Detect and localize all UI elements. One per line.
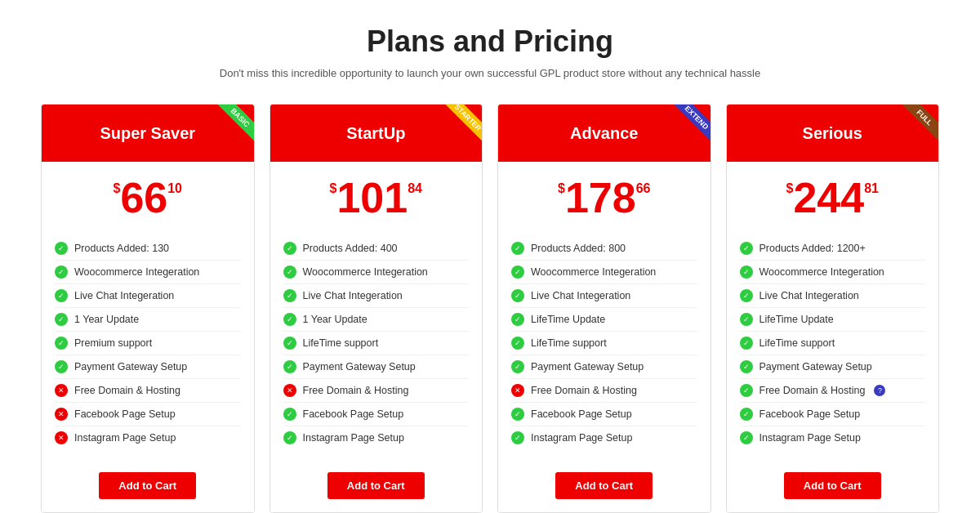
check-icon: ✓ [283,360,296,373]
feature-label: Facebook Page Setup [531,408,632,420]
plan-name-serious: Serious [803,124,862,143]
plan-card-advance: AdvanceEXTEND$17866✓Products Added: 800✓… [497,104,711,513]
feature-item: ✓Payment Gateway Setup [283,355,470,379]
plans-grid: Super SaverBASIC$6610✓Products Added: 13… [41,104,939,513]
plan-features-super-saver: ✓Products Added: 130✓Woocommerce Integer… [42,229,254,462]
feature-label: Free Domain & Hosting [531,385,637,396]
check-icon: ✓ [511,360,524,373]
plan-price-super-saver: $6610 [50,176,246,219]
feature-label: Woocommerce Integeration [303,266,428,278]
feature-label: Facebook Page Setup [303,408,404,420]
feature-item: ✓Woocommerce Integeration [283,261,470,284]
page-title: Plans and Pricing [16,25,964,59]
feature-label: Payment Gateway Setup [760,361,872,372]
feature-label: Woocommerce Integeration [760,266,884,278]
add-to-cart-button-serious[interactable]: Add to Cart [784,472,881,499]
feature-label: Products Added: 800 [531,243,626,254]
plan-price-startup: $10184 [278,176,474,219]
plan-badge-advance: EXTEND [671,105,710,142]
feature-label: Instagram Page Setup [303,432,404,444]
feature-label: LifeTime support [531,337,607,349]
price-cents-serious: 81 [864,181,879,196]
feature-label: LifeTime support [760,337,835,349]
feature-item: ✓1 Year Update [283,308,470,332]
feature-item: ✓Products Added: 800 [511,237,697,261]
check-icon: ✓ [55,242,68,255]
plan-price-area-serious: $24481 [727,162,939,229]
feature-item: ✓Woocommerce Integeration [55,261,241,284]
feature-label: Live Chat Integeration [531,290,630,301]
feature-label: Facebook Page Setup [760,408,861,420]
feature-item: ✓1 Year Update [55,308,241,332]
feature-label: Products Added: 130 [74,243,169,254]
check-icon: ✓ [511,431,524,444]
feature-label: Woocommerce Integeration [531,266,656,278]
cross-icon: ✕ [55,408,68,421]
feature-label: Woocommerce Integeration [74,266,199,278]
add-to-cart-button-advance[interactable]: Add to Cart [555,472,653,499]
plan-header-serious: SeriousFULL [727,105,939,162]
feature-item: ✓Live Chat Integeration [511,284,697,308]
plan-card-startup: StartUpSTARTER$10184✓Products Added: 400… [270,104,483,513]
price-main-serious: 244 [793,176,864,219]
price-dollar-advance: $ [558,181,565,196]
plan-footer-super-saver: Add to Cart [42,462,254,512]
feature-item: ✓Instagram Page Setup [740,426,926,449]
check-icon: ✓ [283,242,296,255]
feature-item: ✓Facebook Page Setup [511,403,697,426]
check-icon: ✓ [55,289,68,302]
check-icon: ✓ [283,313,296,326]
plan-header-advance: AdvanceEXTEND [498,105,710,162]
cross-icon: ✕ [283,384,296,397]
feature-item: ✓Products Added: 130 [55,237,241,261]
price-dollar-serious: $ [786,181,794,196]
price-dollar-super-saver: $ [113,181,120,196]
check-icon: ✓ [511,408,524,421]
page-subtitle: Don't miss this incredible opportunity t… [16,67,964,79]
feature-item: ✓Instagram Page Setup [283,426,470,449]
check-icon: ✓ [511,289,524,302]
price-cents-advance: 66 [636,181,651,196]
feature-label: Instagram Page Setup [760,432,861,444]
feature-item: ✓LifeTime support [740,332,926,355]
feature-item: ✓Woocommerce Integeration [740,261,926,284]
plan-price-area-advance: $17866 [498,162,710,229]
plan-header-super-saver: Super SaverBASIC [42,105,254,162]
check-icon: ✓ [283,408,296,421]
feature-item: ✓LifeTime Update [740,308,926,332]
feature-item: ✓Live Chat Integeration [55,284,241,308]
feature-item: ✓LifeTime support [283,332,470,355]
check-icon: ✓ [740,289,753,302]
feature-label: 1 Year Update [303,314,368,325]
plan-price-area-super-saver: $6610 [42,162,254,229]
check-icon: ✓ [740,408,753,421]
feature-item: ✓Live Chat Integeration [740,284,926,308]
feature-label: Products Added: 400 [303,243,398,254]
feature-item: ✓Live Chat Integeration [283,284,470,308]
add-to-cart-button-super-saver[interactable]: Add to Cart [99,472,196,499]
check-icon: ✓ [740,384,753,397]
feature-label: LifeTime Update [531,314,605,325]
check-icon: ✓ [283,289,296,302]
check-icon: ✓ [511,337,524,350]
price-main-super-saver: 66 [120,176,167,219]
feature-label: Premium support [74,337,152,349]
check-icon: ✓ [55,337,68,350]
feature-label: Payment Gateway Setup [531,361,644,372]
plan-card-serious: SeriousFULL$24481✓Products Added: 1200+✓… [726,104,940,513]
check-icon: ✓ [740,337,753,350]
plan-footer-startup: Add to Cart [270,462,483,512]
check-icon: ✓ [55,265,68,279]
plan-features-startup: ✓Products Added: 400✓Woocommerce Integer… [270,229,483,462]
cross-icon: ✕ [55,431,68,444]
feature-item: ✓LifeTime support [511,332,697,355]
feature-item: ✕Free Domain & Hosting [283,379,470,403]
feature-item: ✓Woocommerce Integeration [511,261,697,284]
plan-features-advance: ✓Products Added: 800✓Woocommerce Integer… [498,229,710,462]
feature-item: ✓Payment Gateway Setup [55,355,241,379]
feature-item: ✓Products Added: 1200+ [740,237,926,261]
add-to-cart-button-startup[interactable]: Add to Cart [327,472,425,499]
check-icon: ✓ [55,360,68,373]
feature-label: Free Domain & Hosting [303,385,409,396]
cross-icon: ✕ [55,384,68,397]
